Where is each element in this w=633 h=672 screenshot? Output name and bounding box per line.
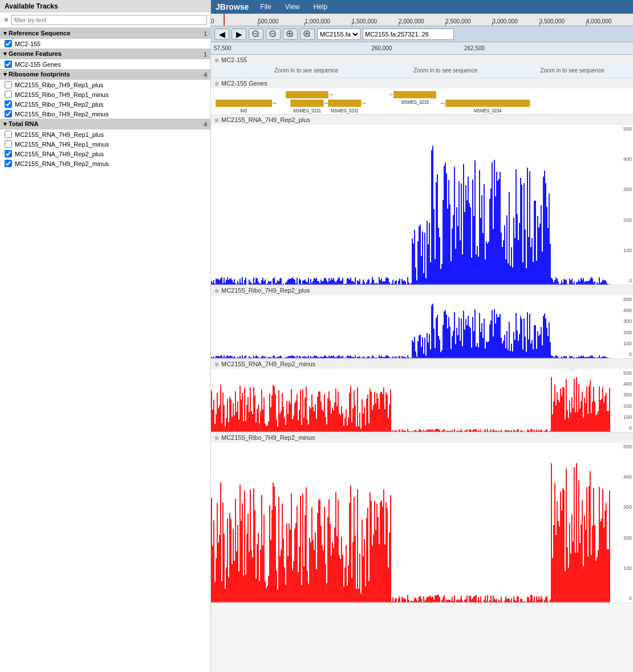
track-checkbox-3-1[interactable] — [5, 140, 12, 148]
svg-rect-309 — [527, 168, 528, 285]
svg-rect-791 — [276, 419, 277, 432]
svg-rect-618 — [479, 313, 480, 358]
svg-rect-924 — [428, 430, 429, 432]
svg-rect-367 — [593, 282, 594, 285]
svg-rect-1086 — [212, 546, 213, 602]
svg-rect-489 — [332, 357, 333, 358]
back-button[interactable]: ◀ — [214, 29, 229, 40]
svg-rect-1059 — [582, 392, 583, 432]
menu-help[interactable]: Help — [311, 2, 330, 12]
y-label-ribo-rep2-minus-0: 500 — [611, 444, 632, 450]
track-group-header-0[interactable]: ▾ Reference Sequence1 — [0, 28, 210, 39]
svg-rect-1047 — [568, 418, 569, 432]
svg-rect-458 — [297, 355, 298, 358]
zoom-out2-button[interactable] — [266, 29, 281, 40]
y-label-rna-rep2-minus-3: 200 — [611, 403, 632, 409]
track-checkbox-2-3[interactable] — [5, 110, 12, 118]
track-checkbox-2-2[interactable] — [5, 100, 12, 108]
track-label-3-2: MC2155_RNA_7H9_Rep2_plus — [15, 151, 104, 157]
location-input[interactable] — [363, 29, 454, 40]
track-checkbox-3-3[interactable] — [5, 160, 12, 167]
svg-rect-1203 — [346, 545, 347, 602]
track-checkbox-3-2[interactable] — [5, 150, 12, 157]
svg-rect-744 — [222, 392, 224, 432]
filter-input[interactable] — [11, 15, 207, 25]
svg-rect-813 — [301, 425, 302, 432]
svg-rect-444 — [281, 355, 282, 358]
svg-rect-100 — [289, 279, 290, 285]
svg-rect-1287 — [441, 600, 443, 602]
svg-rect-997 — [511, 430, 512, 432]
svg-rect-1409 — [581, 525, 582, 602]
svg-rect-36 — [216, 278, 217, 285]
svg-rect-315 — [534, 201, 535, 285]
filter-clear-icon[interactable]: ✕ — [3, 16, 9, 24]
svg-rect-647 — [512, 351, 513, 358]
svg-rect-1021 — [538, 430, 539, 432]
svg-rect-65 — [249, 280, 250, 285]
svg-rect-665 — [533, 349, 534, 358]
track-area[interactable]: ⊗MC2-155Zoom in to see sequenceZoom in t… — [211, 55, 633, 672]
track-close-mc2-155-ref[interactable]: ⊗ — [214, 57, 219, 63]
svg-rect-241 — [449, 204, 451, 285]
svg-rect-545 — [396, 357, 397, 358]
svg-rect-1379 — [546, 596, 547, 602]
group-name-2: ▾ Ribosome footprints — [3, 71, 70, 78]
svg-rect-1073 — [598, 411, 599, 432]
y-label-rna-rep2-plus-1: 400 — [611, 156, 632, 162]
svg-rect-609 — [469, 326, 470, 358]
svg-rect-694 — [566, 356, 567, 358]
svg-rect-655 — [521, 319, 522, 358]
zoom-in2-button[interactable] — [300, 29, 315, 40]
track-group-header-2[interactable]: ▾ Ribosome footprints4 — [0, 69, 210, 80]
track-checkbox-2-0[interactable] — [5, 81, 12, 88]
track-close-rna-rep2-minus[interactable]: ⊗ — [214, 361, 219, 367]
svg-rect-1389 — [558, 521, 559, 602]
svg-rect-1078 — [603, 403, 604, 432]
track-item-0-0: MC2-155 — [0, 39, 210, 48]
svg-rect-1321 — [480, 597, 481, 602]
svg-rect-742 — [220, 385, 221, 432]
svg-rect-165 — [363, 280, 364, 285]
forward-button[interactable]: ▶ — [232, 29, 246, 40]
svg-rect-240 — [448, 180, 449, 285]
track-row-mc2-155-ref: ⊗MC2-155Zoom in to see sequenceZoom in t… — [211, 55, 633, 78]
svg-rect-726 — [602, 356, 603, 358]
menu-view[interactable]: View — [283, 2, 302, 12]
svg-rect-1096 — [224, 534, 225, 602]
zoom-in-button[interactable] — [283, 29, 298, 40]
zoom-out-button[interactable] — [249, 29, 263, 40]
svg-rect-589 — [446, 314, 447, 358]
sequence-select[interactable]: MC2155.fa — [317, 29, 360, 40]
track-close-mc2-155-genes[interactable]: ⊗ — [214, 80, 219, 87]
svg-rect-753 — [233, 403, 234, 432]
svg-rect-896 — [396, 430, 397, 432]
svg-rect-1405 — [576, 463, 577, 602]
y-label-ribo-rep2-minus-3: 200 — [611, 535, 632, 541]
svg-rect-756 — [236, 412, 237, 432]
track-close-ribo-rep2-minus[interactable]: ⊗ — [214, 435, 219, 441]
svg-rect-62 — [245, 278, 246, 285]
track-checkbox-3-0[interactable] — [5, 131, 12, 138]
track-checkbox-0-0[interactable] — [5, 40, 12, 47]
ruler-bar: 0500,0001,000,0001,500,0002,000,0002,500… — [211, 14, 633, 26]
svg-rect-1222 — [367, 508, 368, 602]
track-close-ribo-rep2-plus[interactable]: ⊗ — [214, 288, 219, 294]
svg-rect-179 — [379, 277, 380, 285]
track-group-header-3[interactable]: ▾ Total RNA4 — [0, 119, 210, 129]
svg-rect-697 — [569, 356, 570, 358]
track-close-rna-rep2-plus[interactable]: ⊗ — [214, 117, 219, 123]
svg-rect-1134 — [267, 586, 268, 602]
svg-rect-328 — [549, 193, 550, 285]
svg-rect-192 — [393, 284, 395, 285]
svg-rect-1137 — [270, 540, 271, 602]
track-label-3-0: MC2155_RNA_7H9_Rep1_plus — [15, 131, 104, 138]
svg-rect-1188 — [328, 499, 330, 602]
svg-rect-1295 — [451, 601, 452, 602]
track-group-header-1[interactable]: ▾ Genome Features1 — [0, 48, 210, 59]
svg-rect-1354 — [518, 597, 519, 602]
track-checkbox-1-0[interactable] — [5, 60, 12, 68]
track-checkbox-2-1[interactable] — [5, 91, 12, 98]
y-label-ribo-rep2-plus-3: 200 — [611, 330, 632, 335]
menu-file[interactable]: File — [258, 2, 273, 12]
